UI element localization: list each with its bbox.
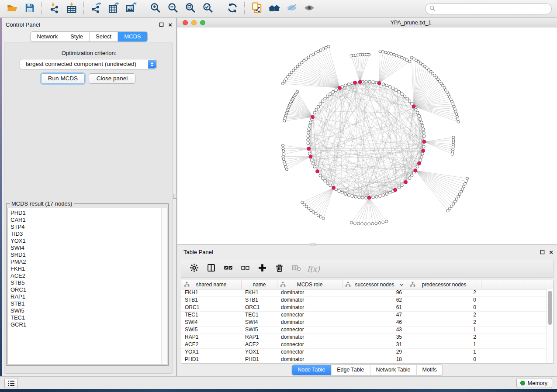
- network-graph[interactable]: [177, 28, 557, 244]
- delete-button[interactable]: [271, 261, 288, 276]
- cell-predecessor-nodes: 2: [407, 289, 481, 296]
- mcds-result-item[interactable]: GCR1: [10, 321, 167, 328]
- export-table-button[interactable]: [105, 1, 122, 16]
- column-header-name[interactable]: name: [242, 280, 277, 289]
- mcds-result-item[interactable]: STP4: [10, 224, 167, 230]
- toolbar-separator: [143, 2, 144, 15]
- unselect-all-button[interactable]: [237, 261, 254, 276]
- hide-selected-button[interactable]: [283, 1, 301, 16]
- import-network-button[interactable]: [45, 1, 63, 16]
- table-row-phd1[interactable]: PHD1PHD1dominator180: [181, 356, 553, 364]
- cell-predecessor-nodes: 0: [407, 356, 481, 363]
- mcds-result-item[interactable]: PHD1: [10, 210, 167, 217]
- close-table-panel-icon[interactable]: ×: [549, 250, 553, 255]
- cell-mcds-role: connector: [277, 312, 343, 319]
- mcds-result-item[interactable]: STB1: [10, 300, 167, 307]
- float-panel-icon[interactable]: [159, 21, 164, 29]
- run-mcds-button[interactable]: Run MCDS: [41, 73, 85, 84]
- tab-edge-table[interactable]: Edge Table: [331, 365, 370, 375]
- zoom-selected-button[interactable]: [199, 1, 217, 16]
- table-row-swi4[interactable]: SWI4SWI4dominator462: [181, 319, 553, 327]
- select-all-icon: [224, 263, 233, 274]
- task-list-button[interactable]: [4, 378, 18, 388]
- duplicate-network-button[interactable]: [248, 1, 266, 16]
- float-table-panel-icon[interactable]: [540, 248, 545, 256]
- mcds-result-item[interactable]: ORC1: [10, 286, 167, 293]
- cell-shared-name: YOX1: [181, 349, 242, 356]
- mcds-result-item[interactable]: CAR1: [10, 217, 167, 224]
- vertical-splitter-handle[interactable]: [173, 194, 177, 199]
- mcds-result-item[interactable]: RAP1: [10, 293, 167, 300]
- table-row-swi5[interactable]: SWI5SWI5connector431: [181, 327, 553, 334]
- save-button[interactable]: [21, 1, 38, 16]
- table-row-rap1[interactable]: RAP1RAP1dominator352: [181, 334, 553, 341]
- mcds-result-item[interactable]: TEC1: [10, 314, 167, 321]
- search-input[interactable]: [438, 5, 551, 13]
- tab-mcds[interactable]: MCDS: [118, 32, 147, 41]
- column-header-predecessor-nodes[interactable]: predecessor nodes: [407, 280, 481, 289]
- zoom-out-button[interactable]: [164, 1, 182, 16]
- control-panel: Control Panel × NetworkStyleSelectMCDS O…: [2, 18, 176, 376]
- gear-button[interactable]: [186, 261, 203, 276]
- mcds-result-item[interactable]: YOX1: [10, 237, 167, 244]
- cell-shared-name: TEC1: [181, 312, 242, 319]
- mcds-result-list[interactable]: PHD1CAR1STP4TID3YOX1SWI4SRD1PMA2FKH1ACE2…: [7, 208, 167, 364]
- first-neighbors-button[interactable]: [266, 1, 283, 16]
- select-all-button[interactable]: [220, 261, 237, 276]
- mcds-result-item[interactable]: PMA2: [10, 258, 167, 265]
- criterion-dropdown[interactable]: largest connected component (undirected): [20, 59, 157, 69]
- add-button[interactable]: [254, 261, 271, 276]
- horizontal-splitter-handle[interactable]: [311, 243, 315, 246]
- cell-mcds-role: connector: [277, 349, 343, 356]
- list-icon: [7, 380, 15, 387]
- mcds-result-item[interactable]: FKH1: [10, 265, 167, 272]
- table-row-tec1[interactable]: TEC1TEC1connector472: [181, 312, 553, 319]
- tab-node-table[interactable]: Node Table: [292, 365, 331, 375]
- show-all-button[interactable]: [301, 1, 318, 16]
- table-row-fkh1[interactable]: FKH1FKH1dominator962: [181, 289, 553, 297]
- dropdown-stepper-icon[interactable]: [148, 60, 156, 69]
- table-scrollbar[interactable]: [547, 289, 553, 363]
- refresh-button[interactable]: [224, 1, 241, 16]
- tab-network-table[interactable]: Network Table: [370, 365, 417, 375]
- table-row-ace2[interactable]: ACE2ACE2connector311: [181, 341, 553, 349]
- search-box[interactable]: [425, 3, 552, 14]
- tab-select[interactable]: Select: [90, 32, 118, 41]
- columns-button[interactable]: [203, 261, 220, 276]
- tab-network[interactable]: Network: [31, 32, 64, 41]
- column-header-mcds-role[interactable]: MCDS role: [277, 280, 343, 289]
- add-icon: [258, 263, 267, 274]
- mcds-result-item[interactable]: SWI4: [10, 244, 167, 251]
- mcds-result-item[interactable]: STB5: [10, 279, 167, 286]
- export-network-button[interactable]: [87, 1, 105, 16]
- cell-mcds-role: dominator: [277, 304, 343, 311]
- column-header-shared-name[interactable]: shared name: [181, 280, 242, 289]
- import-table-button[interactable]: [63, 1, 80, 16]
- zoom-in-button[interactable]: [147, 1, 164, 16]
- cell-mcds-role: connector: [277, 341, 343, 348]
- close-panel-icon[interactable]: ×: [168, 22, 172, 28]
- network-window-titlebar[interactable]: YPA_prune.txt_1: [177, 18, 557, 28]
- tab-style[interactable]: Style: [64, 32, 90, 41]
- open-folder-button[interactable]: [3, 1, 21, 16]
- memory-button[interactable]: Memory: [516, 378, 552, 388]
- mcds-result-item[interactable]: TID3: [10, 230, 167, 237]
- mcds-result-item[interactable]: SRD1: [10, 251, 167, 258]
- cell-name: SWI4: [242, 319, 277, 326]
- zoom-fit-button[interactable]: [182, 1, 199, 16]
- column-header-successor-nodes[interactable]: successor nodes: [343, 280, 407, 289]
- table-scrollbar-thumb[interactable]: [548, 291, 552, 325]
- columns-icon: [207, 263, 216, 274]
- mcds-result-item[interactable]: SWI5: [10, 307, 167, 314]
- tab-motifs[interactable]: Motifs: [416, 365, 442, 375]
- mcds-list-scrollbar[interactable]: [161, 208, 167, 364]
- cell-successor-nodes: 62: [343, 297, 407, 304]
- close-panel-button[interactable]: Close panel: [89, 73, 135, 84]
- table-row-orc1[interactable]: ORC1ORC1dominator610: [181, 304, 553, 312]
- network-window-title: YPA_prune.txt_1: [177, 20, 557, 26]
- table-row-stb1[interactable]: STB1STB1dominator620: [181, 297, 553, 304]
- network-canvas[interactable]: [177, 28, 557, 244]
- mcds-result-item[interactable]: ACE2: [10, 272, 167, 279]
- export-image-button[interactable]: [122, 1, 140, 16]
- table-row-yox1[interactable]: YOX1YOX1connector291: [181, 349, 553, 356]
